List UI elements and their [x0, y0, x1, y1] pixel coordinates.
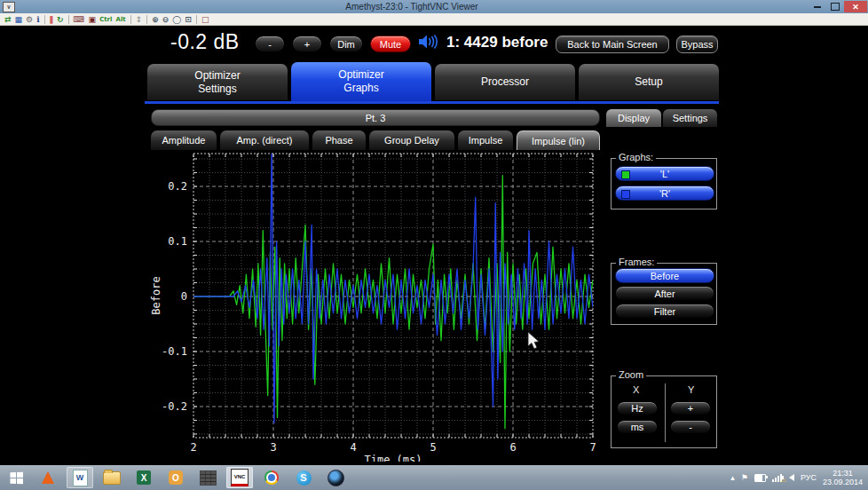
- svg-text:0: 0: [181, 290, 187, 303]
- zoom-x-ms-button[interactable]: ms: [617, 420, 658, 434]
- clock[interactable]: 21:31 23.09.2014: [823, 469, 863, 486]
- graph-tab-amp-direct[interactable]: Amp. (direct): [220, 130, 309, 150]
- frame-after-button[interactable]: After: [615, 286, 714, 301]
- tab-label: Optimizer: [194, 69, 240, 83]
- minimize-button[interactable]: [809, 1, 826, 12]
- volume-up-button[interactable]: +: [292, 36, 322, 52]
- svg-text:Before: Before: [150, 276, 162, 314]
- connection-options-icon[interactable]: ⚙: [26, 14, 33, 25]
- dim-button[interactable]: Dim: [329, 36, 363, 52]
- zoom-group-label: Zoom: [616, 369, 646, 380]
- svg-text:-0.1: -0.1: [162, 345, 187, 358]
- graph-tab-impulse[interactable]: Impulse: [458, 130, 513, 150]
- back-to-main-button[interactable]: Back to Main Screen: [556, 36, 669, 53]
- mouse-cursor: [528, 332, 539, 349]
- new-connection-icon[interactable]: ⇄: [4, 14, 12, 25]
- zoom-in-icon[interactable]: ⊕: [152, 14, 159, 25]
- graph-l-toggle-button[interactable]: 'L': [615, 166, 714, 181]
- media-player-icon[interactable]: [322, 467, 349, 488]
- volume-tray-icon[interactable]: [789, 474, 794, 481]
- ctrl-key-icon[interactable]: Ctrl: [99, 14, 112, 25]
- svg-text:6: 6: [509, 441, 516, 454]
- impulse-chart-svg[interactable]: 2345670.20.10-0.1-0.2Time (ms)Before: [147, 151, 602, 462]
- excel-icon[interactable]: X: [130, 467, 157, 488]
- outlook-icon[interactable]: O: [162, 467, 189, 488]
- svg-text:Time (ms): Time (ms): [364, 454, 422, 462]
- frames-group: Frames: Before After Filter: [611, 263, 717, 325]
- chrome-icon[interactable]: [258, 467, 285, 488]
- impulse-chart[interactable]: 2345670.20.10-0.1-0.2Time (ms)Before: [147, 151, 602, 462]
- zoom-x-hz-button[interactable]: Hz: [617, 401, 658, 415]
- save-session-icon[interactable]: ▦: [15, 14, 23, 25]
- windows-logo-icon: [10, 471, 23, 483]
- frame-before-button[interactable]: Before: [615, 268, 714, 283]
- svg-text:4: 4: [350, 441, 356, 454]
- excel-x-icon: X: [137, 470, 151, 485]
- vlc-cone-icon: [42, 471, 54, 484]
- toolbar-separator: [68, 15, 69, 24]
- zoom-y-plus-button[interactable]: +: [670, 401, 711, 415]
- send-ctrl-esc-icon[interactable]: ▣: [89, 14, 97, 25]
- tab-processor[interactable]: Processor: [435, 64, 575, 100]
- hidden-icons-chevron[interactable]: ▴: [730, 473, 735, 482]
- graph-tab-phase[interactable]: Phase: [312, 130, 366, 150]
- graph-tab-group-delay[interactable]: Group Delay: [369, 130, 454, 150]
- zoom-out-icon[interactable]: ⊖: [162, 14, 170, 25]
- titlebar: V Amethyst-23:0 - TightVNC Viewer ✕: [0, 0, 868, 13]
- zoom-100-icon[interactable]: ◯: [172, 14, 181, 25]
- alt-key-icon[interactable]: Alt: [115, 14, 125, 25]
- toolbar-separator: [146, 15, 147, 24]
- remote-desktop: -0.2 dB - + Dim Mute 1: 4429 before Back…: [0, 26, 868, 465]
- word-icon[interactable]: W: [67, 467, 93, 488]
- tray-time: 21:31: [832, 469, 853, 478]
- frame-filter-button[interactable]: Filter: [615, 304, 714, 319]
- zoom-group: Zoom X Y Hz ms + -: [611, 375, 717, 448]
- lens-icon: [327, 470, 344, 486]
- start-button[interactable]: [3, 467, 29, 488]
- battery-icon[interactable]: [754, 474, 766, 482]
- tab-optimizer-graphs[interactable]: OptimizerGraphs: [291, 62, 431, 101]
- tab-display[interactable]: Display: [606, 109, 661, 127]
- close-button[interactable]: ✕: [844, 1, 867, 12]
- volume-down-button[interactable]: -: [255, 36, 285, 52]
- file-explorer-icon[interactable]: [99, 467, 125, 488]
- output-level-readout: -0.2 dB: [170, 30, 240, 54]
- zoom-auto-icon[interactable]: ⊡: [185, 14, 192, 25]
- tab-setup[interactable]: Setup: [579, 64, 719, 100]
- point-selector-bar[interactable]: Pt. 3: [151, 109, 600, 126]
- toolbar-separator: [130, 15, 131, 24]
- folder-icon: [103, 471, 121, 485]
- zoom-y-minus-button[interactable]: -: [670, 420, 711, 434]
- maximize-button[interactable]: [826, 1, 844, 12]
- graph-tab-impulse-lin[interactable]: Impulse (lin): [517, 130, 600, 150]
- vlc-icon[interactable]: [35, 467, 61, 488]
- tray-date: 23.09.2014: [823, 478, 863, 486]
- window-title: Amethyst-23:0 - TightVNC Viewer: [15, 2, 809, 12]
- svg-text:-0.2: -0.2: [162, 400, 187, 413]
- bricks-app-icon[interactable]: [194, 467, 221, 488]
- language-indicator[interactable]: РУС: [801, 473, 817, 482]
- refresh-icon[interactable]: ↻: [57, 14, 64, 25]
- action-center-flag-icon[interactable]: ⚑: [741, 473, 748, 482]
- tab-settings[interactable]: Settings: [663, 109, 717, 127]
- send-ctrl-alt-del-icon[interactable]: ⌨: [74, 14, 85, 25]
- system-tray: ▴ ⚑ ⚠ РУС 21:31 23.09.2014: [730, 469, 868, 486]
- graphs-group-label: Graphs:: [616, 152, 656, 162]
- vnc-logo-icon: V: [3, 2, 15, 12]
- bypass-button[interactable]: Bypass: [676, 36, 718, 53]
- skype-icon[interactable]: S: [290, 467, 317, 488]
- pause-icon[interactable]: ∥: [50, 14, 54, 25]
- graph-r-toggle-button[interactable]: 'R': [615, 186, 714, 201]
- graph-tab-amplitude[interactable]: Amplitude: [151, 130, 217, 150]
- fullscreen-icon[interactable]: □: [201, 14, 209, 25]
- tab-label: Optimizer: [338, 68, 383, 82]
- tab-label: Settings: [198, 83, 236, 96]
- svg-text:0.1: 0.1: [168, 235, 187, 248]
- tab-optimizer-settings[interactable]: OptimizerSettings: [147, 64, 288, 100]
- file-transfer-icon[interactable]: ↕: [136, 14, 143, 25]
- mute-button[interactable]: Mute: [370, 36, 411, 52]
- svg-text:3: 3: [270, 441, 276, 454]
- svg-text:7: 7: [589, 441, 596, 454]
- vnc-viewer-icon[interactable]: VNC: [226, 467, 253, 488]
- connection-info-icon[interactable]: ℹ: [36, 14, 39, 25]
